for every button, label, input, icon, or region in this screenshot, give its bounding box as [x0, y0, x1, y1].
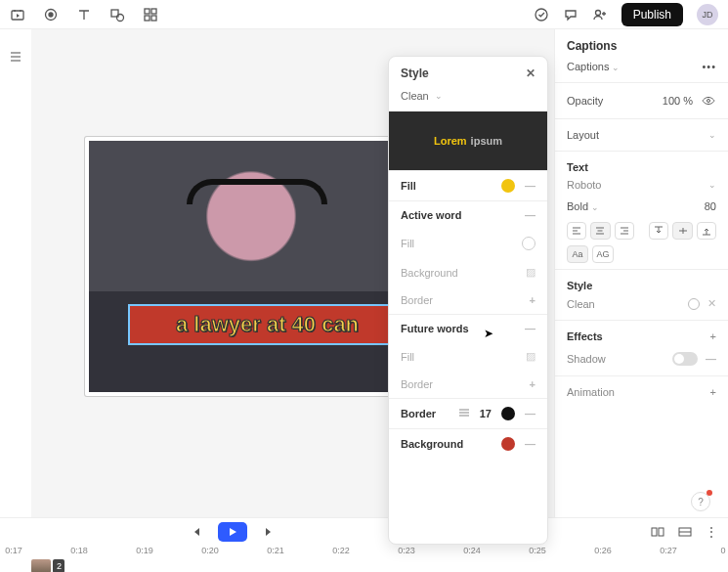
caption-text: a lawyer at 40 can [176, 312, 359, 337]
tick: 0:18 [70, 546, 88, 555]
help-button[interactable]: ? [691, 492, 710, 511]
border-color-swatch[interactable] [501, 407, 515, 420]
aw-border-add-button[interactable]: + [530, 294, 535, 306]
svg-rect-12 [652, 528, 657, 536]
case-mixed-button[interactable]: Aa [567, 245, 588, 263]
layout-dropdown[interactable]: Layout [567, 129, 599, 141]
tick: 0 [720, 546, 725, 555]
visibility-icon[interactable] [701, 93, 716, 109]
future-words-label: Future words [401, 323, 469, 334]
grid-icon[interactable] [143, 7, 158, 22]
properties-panel: Captions Captions ⌄ ••• Opacity 100 % La… [554, 29, 728, 527]
tick: 0:24 [463, 546, 481, 555]
font-size-value[interactable]: 80 [705, 200, 716, 212]
captions-dropdown[interactable]: Captions ⌄ [567, 61, 620, 72]
tick: 0:19 [136, 546, 153, 555]
opacity-label: Opacity [567, 95, 603, 107]
check-icon[interactable] [534, 7, 549, 22]
case-upper-button[interactable]: AG [592, 245, 614, 263]
panel-title: Captions [567, 39, 716, 53]
align-right-button[interactable] [615, 222, 634, 240]
tick: 0:21 [267, 546, 284, 555]
time-ruler[interactable]: 0:17 0:18 0:19 0:20 0:21 0:22 0:23 0:24 … [0, 546, 728, 559]
publish-button[interactable]: Publish [621, 3, 683, 26]
valign-top-button[interactable] [649, 222, 668, 240]
svg-rect-7 [145, 16, 150, 21]
avatar[interactable]: JD [697, 4, 718, 25]
border-width-value[interactable]: 17 [480, 408, 492, 419]
more-icon[interactable]: ••• [702, 61, 716, 72]
svg-point-9 [535, 9, 547, 21]
comment-icon[interactable] [563, 7, 578, 22]
collapse-future-words-button[interactable]: — [525, 323, 535, 334]
aw-fill-label: Fill [401, 238, 414, 249]
video-clip[interactable] [31, 559, 51, 572]
style-preset-dropdown[interactable]: Clean⌄ [389, 84, 547, 111]
svg-rect-8 [151, 16, 156, 21]
align-center-button[interactable] [590, 222, 610, 240]
next-frame-button[interactable] [261, 524, 277, 540]
animation-label: Animation [567, 386, 615, 398]
add-animation-button[interactable]: + [710, 386, 716, 398]
tick: 0:17 [5, 546, 22, 555]
border-label: Border [401, 408, 436, 419]
tick: 0:22 [332, 546, 350, 555]
remove-shadow-button[interactable]: — [706, 353, 716, 365]
caption-clip[interactable]: 2 [53, 559, 64, 572]
align-left-button[interactable] [567, 222, 586, 240]
remove-background-button[interactable]: — [525, 438, 535, 450]
close-icon[interactable]: ✕ [526, 66, 535, 80]
style-popover: Style ✕ Clean⌄ Lorem ipsum Fill — Active… [388, 56, 548, 545]
valign-middle-button[interactable] [672, 222, 692, 240]
chevron-down-icon[interactable]: ⌄ [708, 130, 716, 140]
opacity-value[interactable]: 100 % [663, 95, 693, 107]
remove-fill-button[interactable]: — [525, 180, 535, 192]
background-color-swatch[interactable] [501, 437, 515, 451]
background-label: Background [401, 438, 463, 450]
caption-overlay[interactable]: a lawyer at 40 can [128, 304, 407, 345]
aw-background-none-icon[interactable]: ▨ [526, 266, 535, 279]
svg-point-2 [49, 13, 53, 17]
text-section-head: Text [567, 161, 716, 173]
tick: 0:25 [529, 546, 546, 555]
timeline-view1-button[interactable] [650, 524, 665, 540]
style-preview: Lorem ipsum [389, 111, 547, 170]
timeline-view2-button[interactable] [677, 524, 693, 540]
fw-fill-none-icon[interactable]: ▨ [526, 350, 535, 363]
effects-section-head: Effects [567, 330, 603, 342]
active-word-label: Active word [401, 209, 461, 221]
style-edit-icon[interactable]: ✕ [707, 297, 716, 310]
timeline-more-button[interactable]: ⋮ [705, 524, 718, 540]
fill-color-swatch[interactable] [501, 179, 515, 193]
valign-bottom-button[interactable] [697, 222, 716, 240]
outline-icon[interactable] [8, 49, 23, 65]
chevron-down-icon[interactable]: ⌄ [708, 180, 716, 190]
remove-border-button[interactable]: — [525, 408, 535, 419]
play-button[interactable] [218, 522, 247, 542]
tick: 0:26 [594, 546, 612, 555]
prev-frame-button[interactable] [189, 524, 204, 540]
collapse-active-word-button[interactable]: — [525, 209, 535, 221]
add-effect-button[interactable]: + [710, 330, 716, 342]
border-style-icon[interactable] [458, 408, 470, 419]
style-swatch[interactable] [688, 298, 700, 310]
text-icon[interactable] [76, 7, 92, 22]
style-name[interactable]: Clean [567, 298, 595, 310]
fw-border-label: Border [401, 378, 433, 390]
shapes-icon[interactable] [109, 7, 125, 22]
invite-icon[interactable] [592, 7, 608, 22]
video-frame[interactable]: a lawyer at 40 can [85, 137, 417, 396]
record-icon[interactable] [43, 7, 59, 22]
font-dropdown[interactable]: Roboto [567, 179, 601, 191]
timeline: ⋮ 0:17 0:18 0:19 0:20 0:21 0:22 0:23 0:2… [0, 517, 728, 572]
media-icon[interactable] [10, 7, 25, 22]
aw-border-label: Border [401, 294, 433, 306]
svg-rect-13 [659, 528, 664, 536]
fill-label: Fill [401, 180, 416, 192]
shadow-toggle[interactable] [672, 352, 698, 366]
svg-rect-6 [151, 9, 156, 14]
weight-dropdown[interactable]: Bold ⌄ [567, 200, 599, 212]
fw-border-add-button[interactable]: + [530, 378, 535, 390]
aw-fill-swatch[interactable] [522, 237, 535, 250]
svg-rect-5 [145, 9, 150, 14]
